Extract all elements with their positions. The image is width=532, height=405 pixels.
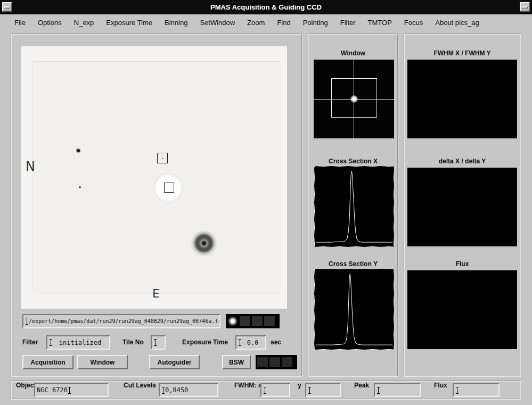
text-cursor-icon (49, 338, 53, 346)
cut-levels-label: Cut Levels (124, 382, 156, 399)
star-dot (77, 149, 80, 152)
acquisition-button[interactable]: Acquisition (22, 355, 73, 369)
menubar: File Options N_exp Exposure Time Binning… (0, 14, 532, 30)
guide-window-canvas (314, 60, 394, 138)
bsw-button[interactable]: BSW (222, 355, 251, 369)
north-label: N (26, 159, 35, 174)
tile-thumbnail[interactable] (227, 316, 238, 326)
menu-item-focus[interactable]: Focus (404, 19, 423, 27)
guide-box-marker (157, 153, 168, 163)
tile-strip (226, 314, 280, 328)
exposure-time-value: 0.0 (242, 339, 264, 346)
exposure-time-field[interactable]: 0.0 (235, 335, 266, 350)
fwhm-plot-canvas (407, 60, 517, 138)
cross-section-y-plot (314, 269, 394, 350)
window-maximize-icon (522, 6, 528, 9)
menu-item-pointing[interactable]: Pointing (303, 19, 328, 27)
peak-field[interactable] (374, 383, 421, 397)
peak-label: Peak (354, 382, 369, 399)
exposure-unit-label: sec (271, 335, 281, 350)
filename-value: /export/home/pmas/dat/run29/run29ag_0408… (29, 318, 220, 324)
text-cursor-icon (25, 317, 29, 325)
menu-item-options[interactable]: Options (38, 19, 62, 27)
nebula-object (190, 229, 218, 257)
tile-thumbnail[interactable] (264, 316, 275, 326)
delta-plot-canvas (407, 168, 517, 246)
image-panel: N E /export/home/pmas/dat/run29/run29ag_… (11, 34, 302, 377)
status-tile (269, 357, 280, 367)
flux-label: Flux (434, 382, 447, 399)
text-cursor-icon (377, 386, 380, 394)
app-window: PMAS Acquisition & Guiding CCD File Opti… (0, 0, 532, 405)
cross-section-x-curve (316, 171, 392, 242)
star-dot (79, 186, 81, 188)
status-bar: Object NGC 6720 Cut Levels 0,8450 FWHM: … (11, 381, 521, 400)
cut-levels-field[interactable]: 0,8450 (159, 383, 218, 397)
text-cursor-icon (308, 386, 312, 394)
ccd-image[interactable]: N E (21, 46, 287, 309)
window-maximize-button[interactable] (520, 2, 530, 12)
fwhm-x-field[interactable] (260, 383, 290, 397)
guide-box-marker (164, 183, 174, 193)
tile-thumbnail[interactable] (252, 316, 263, 326)
text-cursor-icon (263, 386, 267, 394)
filename-field[interactable]: /export/home/pmas/dat/run29/run29ag_0408… (22, 314, 220, 328)
menu-item-filter[interactable]: Filter (340, 19, 356, 27)
cross-section-x-plot (314, 166, 394, 247)
tile-no-field[interactable] (151, 335, 166, 350)
tile-thumbnail[interactable] (240, 316, 250, 326)
status-tile (282, 357, 292, 367)
text-cursor-icon (68, 386, 71, 394)
filter-field[interactable]: initialized (46, 335, 110, 350)
guide-star-glow (350, 95, 358, 103)
titlebar: PMAS Acquisition & Guiding CCD (0, 0, 532, 14)
autoguider-button[interactable]: Autoguider (149, 355, 200, 369)
cross-section-y-title: Cross Section Y (309, 260, 397, 268)
monitor-panel: FWHM X / FWHM Y delta X / delta Y Flux (404, 34, 521, 377)
cut-levels-value: 0,8450 (165, 386, 188, 394)
guide-window-title: Window (309, 49, 397, 57)
menu-item-binning[interactable]: Binning (165, 19, 187, 27)
status-tile (257, 357, 268, 367)
delta-plot-title: delta X / delta Y (405, 158, 520, 165)
filter-label: Filter (22, 335, 38, 350)
object-value: NGC 6720 (37, 386, 68, 394)
cross-section-x-title: Cross Section X (309, 158, 397, 165)
menu-item-tmtop[interactable]: TMTOP (368, 19, 392, 27)
object-label: Object (16, 382, 36, 399)
text-cursor-icon (161, 386, 165, 394)
menu-item-find[interactable]: Find (277, 19, 290, 27)
menu-item-zoom[interactable]: Zoom (247, 19, 265, 27)
exposure-time-label: Exposure Time (182, 335, 228, 350)
guide-star-dot (162, 158, 163, 159)
menu-item-setwindow[interactable]: SetWindow (200, 19, 235, 27)
menu-item-about[interactable]: About pics_ag (435, 19, 479, 27)
text-cursor-icon (153, 338, 157, 346)
text-cursor-icon (238, 338, 242, 346)
object-field[interactable]: NGC 6720 (34, 383, 109, 397)
menu-item-nexp[interactable]: N_exp (74, 19, 94, 27)
menu-item-file[interactable]: File (14, 19, 26, 27)
window-button[interactable]: Window (77, 355, 128, 369)
fwhm-x-label: FWHM: x (234, 382, 261, 399)
guide-panel: Window Cross Section X Cross Section Y (308, 34, 398, 377)
flux-field[interactable] (453, 383, 500, 397)
menu-item-exposure-time[interactable]: Exposure Time (106, 19, 152, 27)
text-cursor-icon (455, 386, 459, 394)
cross-section-y-curve (316, 274, 392, 345)
window-title: PMAS Acquisition & Guiding CCD (0, 0, 532, 14)
fwhm-y-field[interactable] (305, 383, 341, 397)
tile-no-label: Tile No (122, 335, 144, 350)
flux-plot-title: Flux (405, 260, 520, 268)
filter-value: initialized (53, 339, 108, 346)
fwhm-y-label: y (298, 382, 301, 399)
fwhm-plot-title: FWHM X / FWHM Y (405, 49, 520, 57)
east-label: E (152, 287, 160, 300)
flux-plot-canvas (407, 270, 517, 349)
status-tile-strip (256, 355, 297, 369)
